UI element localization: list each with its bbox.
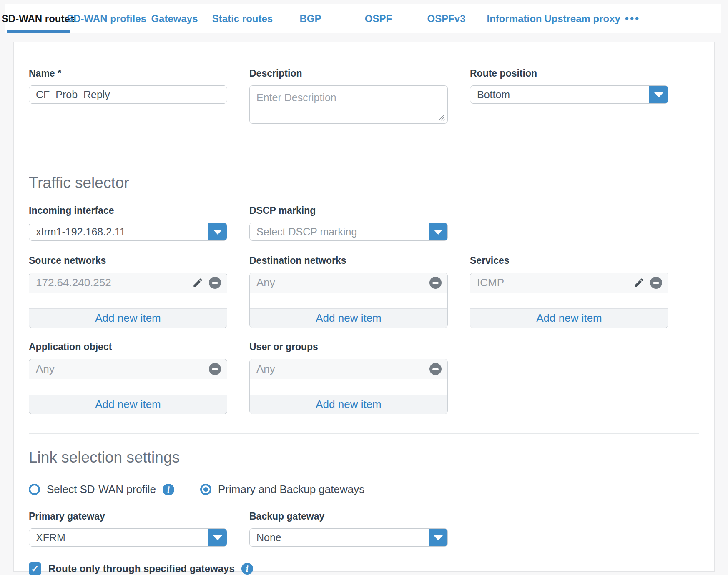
traffic-selector-heading: Traffic selector	[29, 174, 699, 192]
add-new-item-button[interactable]: Add new item	[29, 308, 227, 328]
info-icon[interactable]: i	[241, 563, 253, 575]
remove-minus-icon[interactable]	[429, 363, 442, 375]
section-divider	[29, 433, 699, 434]
list-empty-area	[29, 379, 227, 395]
dscp-marking-label: DSCP marking	[249, 205, 448, 216]
user-or-groups-list: Any Add new item	[249, 359, 448, 414]
link-selection-settings-heading: Link selection settings	[29, 449, 699, 466]
tab-more-ellipsis-icon[interactable]: •••	[616, 4, 649, 33]
primary-gateway-value: XFRM	[29, 529, 208, 546]
backup-gateway-select[interactable]: None	[249, 528, 448, 547]
dscp-marking-select[interactable]: Select DSCP marking	[249, 222, 448, 241]
list-item: Any	[29, 359, 227, 379]
add-new-item-button[interactable]: Add new item	[250, 308, 447, 328]
tab-bar: SD-WAN routes SD-WAN profiles Gateways S…	[5, 4, 721, 33]
list-item: Any	[250, 273, 447, 293]
list-item: Any	[250, 359, 447, 379]
route-position-label: Route position	[470, 68, 668, 79]
add-new-item-button[interactable]: Add new item	[29, 395, 227, 414]
sd-wan-route-form: Name * Description Route position Bottom…	[13, 42, 715, 572]
chevron-down-icon[interactable]	[649, 85, 668, 104]
tab-sd-wan-routes[interactable]: SD-WAN routes	[5, 4, 73, 33]
remove-minus-icon[interactable]	[209, 277, 221, 289]
list-item: 172.64.240.252	[29, 273, 227, 293]
incoming-interface-field-group: Incoming interface xfrm1-192.168.2.11	[29, 205, 227, 241]
tab-upstream-proxy[interactable]: Upstream proxy	[548, 4, 616, 33]
edit-pencil-icon[interactable]	[633, 277, 645, 288]
destination-networks-field-group: Destination networks Any Add new item	[249, 255, 448, 328]
application-object-label: Application object	[29, 341, 227, 352]
edit-pencil-icon[interactable]	[192, 277, 203, 288]
tab-ospf[interactable]: OSPF	[344, 4, 412, 33]
tab-sd-wan-profiles[interactable]: SD-WAN profiles	[73, 4, 141, 33]
tab-bgp[interactable]: BGP	[276, 4, 344, 33]
remove-minus-icon[interactable]	[429, 277, 442, 289]
destination-networks-list: Any Add new item	[249, 272, 448, 328]
description-label: Description	[249, 68, 448, 79]
list-item-text: Any	[256, 362, 429, 375]
resize-handle-icon[interactable]	[438, 114, 445, 121]
tab-gateways[interactable]: Gateways	[141, 4, 208, 33]
radio-select-sd-wan-profile[interactable]: Select SD-WAN profile i	[29, 483, 174, 496]
route-only-checkbox[interactable]: ✓	[29, 562, 41, 575]
source-networks-field-group: Source networks 172.64.240.252 Add new i…	[29, 255, 227, 328]
backup-gateway-value: None	[250, 529, 429, 546]
route-position-select[interactable]: Bottom	[470, 85, 668, 104]
tab-ospfv3[interactable]: OSPFv3	[412, 4, 480, 33]
add-new-item-button[interactable]: Add new item	[470, 308, 668, 328]
services-label: Services	[470, 255, 668, 266]
tab-static-routes[interactable]: Static routes	[208, 4, 276, 33]
radio-primary-and-backup-gateways[interactable]: Primary and Backup gateways	[200, 483, 364, 496]
source-networks-list: 172.64.240.252 Add new item	[29, 272, 227, 328]
list-item: ICMP	[470, 273, 668, 293]
list-empty-area	[250, 293, 447, 308]
chevron-down-icon[interactable]	[208, 222, 227, 241]
name-input[interactable]	[29, 85, 227, 104]
services-list: ICMP Add new item	[470, 272, 668, 328]
source-networks-label: Source networks	[29, 255, 227, 266]
chevron-down-icon[interactable]	[208, 528, 227, 547]
services-field-group: Services ICMP Add new item	[470, 255, 668, 328]
incoming-interface-select[interactable]: xfrm1-192.168.2.11	[29, 222, 227, 241]
user-or-groups-label: User or groups	[249, 341, 448, 352]
backup-gateway-field-group: Backup gateway None	[249, 511, 448, 547]
radio-label: Primary and Backup gateways	[218, 483, 364, 496]
name-field-group: Name *	[29, 68, 227, 125]
route-position-value: Bottom	[470, 86, 649, 103]
primary-gateway-field-group: Primary gateway XFRM	[29, 511, 227, 547]
list-empty-area	[29, 293, 227, 308]
application-object-field-group: Application object Any Add new item	[29, 341, 227, 414]
list-empty-area	[470, 293, 668, 308]
list-item-text: ICMP	[477, 276, 633, 289]
description-textarea[interactable]	[249, 85, 448, 124]
application-object-list: Any Add new item	[29, 359, 227, 414]
info-icon[interactable]: i	[163, 484, 174, 495]
remove-minus-icon[interactable]	[209, 363, 221, 375]
destination-networks-label: Destination networks	[249, 255, 448, 266]
chevron-down-icon[interactable]	[429, 528, 448, 547]
list-item-text: Any	[36, 362, 209, 375]
dscp-marking-field-group: DSCP marking Select DSCP marking	[249, 205, 448, 241]
name-label: Name *	[29, 68, 227, 79]
primary-gateway-select[interactable]: XFRM	[29, 528, 227, 547]
incoming-interface-value: xfrm1-192.168.2.11	[29, 223, 208, 240]
description-field-group: Description	[249, 68, 448, 125]
radio-icon[interactable]	[200, 484, 211, 495]
list-empty-area	[250, 379, 447, 395]
list-item-text: Any	[256, 276, 429, 289]
radio-icon[interactable]	[29, 484, 40, 495]
add-new-item-button[interactable]: Add new item	[250, 395, 447, 414]
user-or-groups-field-group: User or groups Any Add new item	[249, 341, 448, 414]
incoming-interface-label: Incoming interface	[29, 205, 227, 216]
section-divider	[29, 158, 699, 158]
dscp-marking-value: Select DSCP marking	[250, 223, 429, 240]
route-position-field-group: Route position Bottom	[470, 68, 668, 125]
list-item-text: 172.64.240.252	[36, 276, 192, 289]
primary-gateway-label: Primary gateway	[29, 511, 227, 522]
backup-gateway-label: Backup gateway	[249, 511, 448, 522]
route-only-label: Route only through specified gateways	[48, 563, 235, 575]
remove-minus-icon[interactable]	[650, 277, 662, 289]
radio-label: Select SD-WAN profile	[47, 483, 156, 496]
tab-information[interactable]: Information	[480, 4, 548, 33]
chevron-down-icon[interactable]	[429, 222, 448, 241]
